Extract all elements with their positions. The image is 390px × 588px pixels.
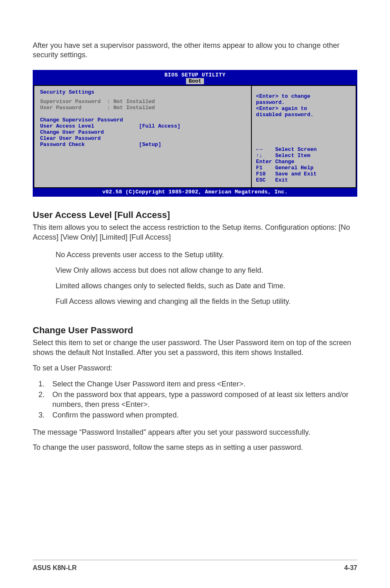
cup-step-2: On the password box that appears, type a…: [47, 390, 357, 410]
ual-option-limited: Limited allows changes only to selected …: [56, 281, 357, 291]
nav-select-screen: ←→ Select Screen: [256, 146, 352, 153]
bios-tab-boot: Boot: [186, 78, 204, 84]
help-line-2: password.: [256, 99, 352, 105]
bios-screenshot: BIOS SETUP UTILITY Boot Security Setting…: [33, 70, 357, 197]
help-line-1: <Enter> to change: [256, 93, 352, 99]
intro-paragraph: After you have set a supervisor password…: [33, 41, 357, 60]
user-password-row: User Password : Not Installed: [40, 105, 245, 111]
nav-f1: F1 General Help: [256, 165, 352, 171]
cup-steps: Select the Change User Password item and…: [47, 379, 357, 421]
bios-left-panel: Security Settings Supervisor Password : …: [34, 86, 252, 188]
supervisor-password-row: Supervisor Password : Not Installed: [40, 99, 245, 105]
bios-tab-row: Boot: [34, 78, 356, 85]
password-check-row: Password Check [Setup]: [40, 141, 245, 148]
footer-right: 4-37: [344, 564, 357, 572]
bios-title: BIOS SETUP UTILITY: [34, 71, 356, 78]
bios-help-panel: <Enter> to change password. <Enter> agai…: [252, 86, 356, 188]
cup-step-1: Select the Change User Password item and…: [47, 379, 357, 389]
change-user-password: Change User Password: [40, 129, 245, 135]
ual-option-full-access: Full Access allows viewing and changing …: [56, 297, 357, 307]
cup-success: The message “Password Installed” appears…: [33, 428, 357, 438]
cup-toset: To set a User Password:: [33, 364, 357, 373]
nav-f10: F10 Save and Exit: [256, 171, 352, 177]
nav-select-item: ↑↓ Select Item: [256, 153, 352, 159]
heading-change-user-password: Change User Password: [33, 325, 357, 336]
nav-esc: ESC Exit: [256, 177, 352, 183]
bios-copyright: v02.58 (C)Copyright 1985-2002, American …: [34, 188, 356, 196]
user-access-level-row: User Access Level [Full Access]: [40, 123, 245, 129]
ual-description: This item allows you to select the acces…: [33, 223, 357, 242]
security-settings-title: Security Settings: [40, 89, 245, 95]
footer-left: ASUS K8N-LR: [33, 564, 77, 572]
clear-user-password: Clear User Password: [40, 135, 245, 141]
nav-enter-change: Enter Change: [256, 159, 352, 165]
page-footer: ASUS K8N-LR 4-37: [33, 560, 357, 572]
cup-change: To change the user password, follow the …: [33, 443, 357, 453]
change-supervisor-password: Change Supervisor Password: [40, 117, 245, 123]
cup-description: Select this item to set or change the us…: [33, 338, 357, 358]
heading-user-access-level: User Access Level [Full Access]: [33, 210, 357, 220]
cup-step-3: Confirm the password when prompted.: [47, 410, 357, 420]
help-line-3: <Enter> again to: [256, 105, 352, 112]
ual-option-view-only: View Only allows access but does not all…: [56, 266, 357, 276]
help-line-4: disabled password.: [256, 112, 352, 118]
ual-option-no-access: No Access prevents user access to the Se…: [56, 250, 357, 260]
